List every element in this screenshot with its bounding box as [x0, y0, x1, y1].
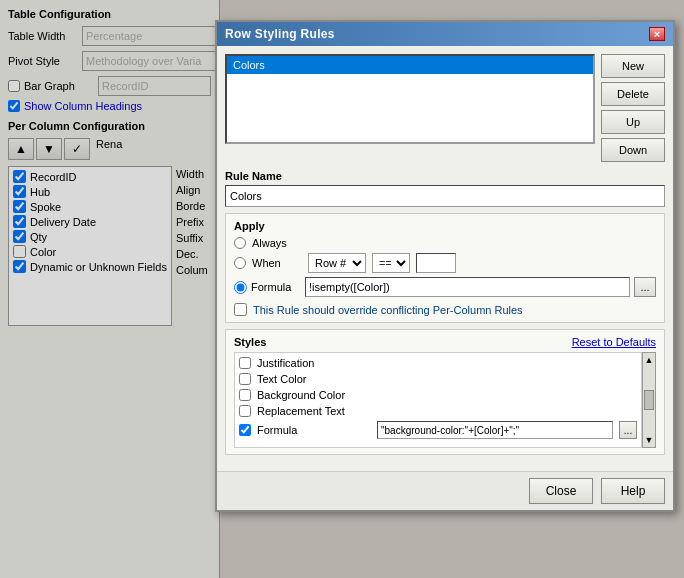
- scroll-thumb[interactable]: [644, 390, 654, 410]
- rule-name-section: Rule Name: [225, 170, 665, 207]
- formula-style-ellipsis-button[interactable]: ...: [619, 421, 637, 439]
- when-radio[interactable]: [234, 257, 246, 269]
- new-rule-button[interactable]: New: [601, 54, 665, 78]
- justification-label: Justification: [257, 357, 637, 369]
- style-row-text-color: Text Color: [239, 373, 637, 385]
- reset-defaults-link[interactable]: Reset to Defaults: [572, 336, 656, 348]
- modal-footer: Close Help: [217, 471, 673, 510]
- always-radio[interactable]: [234, 237, 246, 249]
- when-row: When Row # ==: [234, 253, 656, 273]
- style-row-justification: Justification: [239, 357, 637, 369]
- style-row-formula: Formula ...: [239, 421, 637, 439]
- close-icon: ×: [654, 28, 660, 40]
- styles-content: Justification Text Color Background Colo…: [234, 352, 656, 448]
- rules-list-item[interactable]: Colors: [227, 56, 593, 74]
- apply-title: Apply: [234, 220, 656, 232]
- help-button[interactable]: Help: [601, 478, 665, 504]
- rule-item-label: Colors: [233, 59, 265, 71]
- modal-overlay: Row Styling Rules × Colors New Delete Up…: [0, 0, 684, 578]
- delete-rule-button[interactable]: Delete: [601, 82, 665, 106]
- rules-list: Colors: [225, 54, 595, 144]
- styles-section: Styles Reset to Defaults Justification T…: [225, 329, 665, 455]
- rules-action-buttons: New Delete Up Down: [601, 54, 665, 162]
- modal-title: Row Styling Rules: [225, 27, 335, 41]
- row-styling-rules-dialog: Row Styling Rules × Colors New Delete Up…: [215, 20, 675, 512]
- ellipsis-icon: ...: [640, 281, 649, 293]
- replacement-text-checkbox[interactable]: [239, 405, 251, 417]
- when-field-select[interactable]: Row #: [308, 253, 366, 273]
- formula-style-input[interactable]: [377, 421, 613, 439]
- move-down-button[interactable]: Down: [601, 138, 665, 162]
- style-row-replacement-text: Replacement Text: [239, 405, 637, 417]
- background-color-checkbox[interactable]: [239, 389, 251, 401]
- formula-label: Formula: [251, 281, 301, 293]
- style-row-background-color: Background Color: [239, 389, 637, 401]
- text-color-checkbox[interactable]: [239, 373, 251, 385]
- always-row: Always: [234, 237, 656, 249]
- rule-name-input[interactable]: [225, 185, 665, 207]
- formula-style-label: Formula: [257, 424, 371, 436]
- when-op-select[interactable]: ==: [372, 253, 410, 273]
- justification-checkbox[interactable]: [239, 357, 251, 369]
- scroll-down-arrow[interactable]: ▼: [645, 435, 654, 445]
- override-checkbox[interactable]: [234, 303, 247, 316]
- when-label: When: [252, 257, 302, 269]
- text-color-label: Text Color: [257, 373, 637, 385]
- styles-scroll-area: Justification Text Color Background Colo…: [234, 352, 642, 448]
- styles-header: Styles Reset to Defaults: [234, 336, 656, 348]
- formula-radio[interactable]: [234, 281, 247, 294]
- close-dialog-button[interactable]: Close: [529, 478, 593, 504]
- move-up-button[interactable]: Up: [601, 110, 665, 134]
- background-color-label: Background Color: [257, 389, 637, 401]
- when-value-input[interactable]: [416, 253, 456, 273]
- replacement-text-label: Replacement Text: [257, 405, 637, 417]
- formula-input[interactable]: [305, 277, 630, 297]
- formula-ellipsis-button[interactable]: ...: [634, 277, 656, 297]
- override-label: This Rule should override conflicting Pe…: [253, 304, 523, 316]
- styles-title: Styles: [234, 336, 266, 348]
- scroll-up-arrow[interactable]: ▲: [645, 355, 654, 365]
- formula-style-checkbox[interactable]: [239, 424, 251, 436]
- override-row: This Rule should override conflicting Pe…: [234, 303, 656, 316]
- formula-row: Formula ...: [234, 277, 656, 297]
- rule-name-label: Rule Name: [225, 170, 665, 182]
- always-label: Always: [252, 237, 302, 249]
- close-button[interactable]: ×: [649, 27, 665, 41]
- rules-area: Colors New Delete Up Down: [225, 54, 665, 162]
- scrollbar[interactable]: ▲ ▼: [642, 352, 656, 448]
- ellipsis-icon: ...: [624, 425, 632, 436]
- modal-titlebar: Row Styling Rules ×: [217, 22, 673, 46]
- modal-body: Colors New Delete Up Down Rule Name Appl…: [217, 46, 673, 471]
- apply-section: Apply Always When Row # ==: [225, 213, 665, 323]
